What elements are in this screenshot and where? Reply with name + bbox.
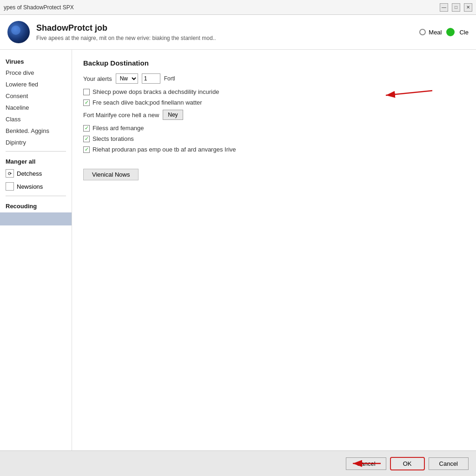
app-header: ShadowProtct job Five apees at the naigr… xyxy=(0,15,476,50)
sidebar-item-dipintry[interactable]: Dipintry xyxy=(0,137,72,148)
alerts-dropdown[interactable]: Nw xyxy=(116,73,138,84)
detchess-label: Detchess xyxy=(17,170,42,177)
checkbox3-label: Filess ard femange xyxy=(93,125,144,132)
checkbox4[interactable]: ✓ xyxy=(83,136,90,142)
window-controls: — □ ✕ xyxy=(440,3,472,12)
close-button[interactable]: ✕ xyxy=(464,3,472,12)
main-btn-container: Vienical Nows xyxy=(83,161,465,180)
window-title: ypes of ShadowProtect SPX xyxy=(4,4,74,11)
section-title: Backup Dostination xyxy=(83,59,465,67)
checkbox3[interactable]: ✓ xyxy=(83,125,90,132)
checkbox3-row: ✓ Filess ard femange xyxy=(83,125,465,132)
vienical-nows-button[interactable]: Vienical Nows xyxy=(83,169,139,180)
checkbox1-row: Shiecp powe dops bracks a dechsdility in… xyxy=(83,88,465,95)
header-right: Meal Cle xyxy=(419,28,469,36)
checkbox4-label: Slects torations xyxy=(93,135,134,142)
checkbox4-row: ✓ Slects torations xyxy=(83,135,465,142)
app-logo xyxy=(7,21,30,43)
radio-button[interactable] xyxy=(419,29,426,35)
inline-label-row: Fort Mairifye core hell a new Ney xyxy=(83,110,465,120)
sidebar-item-detchess[interactable]: ⟳ Detchess xyxy=(0,167,72,180)
checkbox2-row: ✓ Fre seach diive back;pod finellann wat… xyxy=(83,99,465,106)
sidebar-item-class[interactable]: Class xyxy=(0,113,72,125)
ok-button-container: OK xyxy=(390,457,425,470)
sidebar-section-3-title: Recouding xyxy=(0,199,72,212)
sidebar-section-2-title: Manger all xyxy=(0,154,72,167)
main-layout: Virues Proce dive Lowiere fied Consent N… xyxy=(0,50,476,450)
minimize-button[interactable]: — xyxy=(440,3,448,12)
checkbox1-label: Shiecp powe dops bracks a dechsdility in… xyxy=(93,88,219,95)
maximize-button[interactable]: □ xyxy=(452,3,460,12)
alerts-text: Fortl xyxy=(164,75,175,82)
cancel2-button[interactable]: Cancel xyxy=(429,457,469,470)
checkbox2-label: Fre seach diive back;pod finellann watte… xyxy=(93,99,202,106)
ok-button[interactable]: OK xyxy=(390,457,425,470)
checkbox2[interactable]: ✓ xyxy=(83,99,90,106)
sidebar-item-lowiere[interactable]: Lowiere fied xyxy=(0,79,72,90)
app-subtitle: Five apees at the naigre, mit on the new… xyxy=(36,35,216,41)
app-header-text: ShadowProtct job Five apees at the naigr… xyxy=(36,23,216,41)
content-area: Backup Dostination Your alerts Nw Fortl … xyxy=(72,50,476,450)
sidebar-section-1-title: Virues xyxy=(0,54,72,67)
app-name: ShadowProtct job xyxy=(36,23,216,33)
sidebar-item-naceline[interactable]: Naceline xyxy=(0,102,72,113)
newsions-icon xyxy=(6,182,14,191)
title-bar: ypes of ShadowProtect SPX — □ ✕ xyxy=(0,0,476,15)
bottom-bar: Cancel OK Cancel xyxy=(0,450,476,476)
inline-label: Fort Mairifye core hell a new xyxy=(83,112,159,119)
alerts-row: Your alerts Nw Fortl xyxy=(83,73,465,84)
detchess-icon: ⟳ xyxy=(6,169,14,178)
checkbox5-row: ✓ Riehat produran pas emp oue tb af ard … xyxy=(83,146,465,153)
ney-button[interactable]: Ney xyxy=(163,110,183,120)
dot-label: Cle xyxy=(459,29,469,36)
sidebar-item-proce-dive[interactable]: Proce dive xyxy=(0,67,72,79)
sidebar-item-consent[interactable]: Consent xyxy=(0,90,72,102)
checkbox5-label: Riehat produran pas emp oue tb af ard an… xyxy=(93,146,236,153)
radio-group: Meal xyxy=(419,29,442,36)
checkbox1-container: Shiecp powe dops bracks a dechsdility in… xyxy=(83,88,465,95)
status-dot xyxy=(446,28,455,36)
radio-label: Meal xyxy=(429,29,442,36)
alerts-label: Your alerts xyxy=(83,75,112,82)
dialog-buttons: Cancel OK Cancel xyxy=(346,457,469,470)
cancel1-button[interactable]: Cancel xyxy=(346,457,386,470)
checkbox1[interactable] xyxy=(83,89,90,95)
sidebar-item-newsions[interactable]: Newsions xyxy=(0,180,72,193)
sidebar-active-indicator xyxy=(0,212,72,225)
checkbox5[interactable]: ✓ xyxy=(83,146,90,153)
sidebar: Virues Proce dive Lowiere fied Consent N… xyxy=(0,50,72,450)
sidebar-divider-2 xyxy=(6,196,66,196)
newsions-label: Newsions xyxy=(17,183,43,190)
alerts-number-input[interactable] xyxy=(142,73,160,84)
sidebar-item-benkted[interactable]: Benkted. Aggins xyxy=(0,125,72,137)
sidebar-divider-1 xyxy=(6,151,66,152)
